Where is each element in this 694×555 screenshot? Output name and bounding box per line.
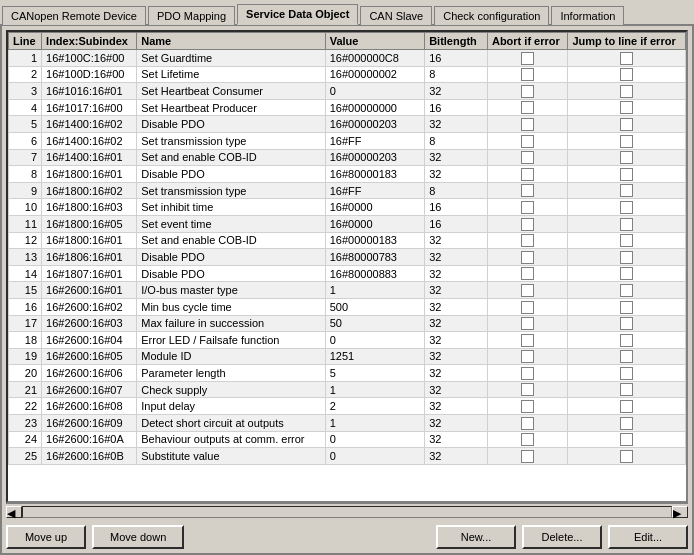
table-row[interactable]: 216#100D:16#00Set Lifetime16#000000028: [9, 66, 686, 83]
cell-jump[interactable]: [568, 298, 686, 315]
cell-jump[interactable]: [568, 182, 686, 199]
abort-checkbox[interactable]: [521, 251, 534, 264]
jump-checkbox[interactable]: [620, 118, 633, 131]
abort-checkbox[interactable]: [521, 201, 534, 214]
table-row[interactable]: 416#1017:16#00Set Heartbeat Producer16#0…: [9, 99, 686, 116]
cell-jump[interactable]: [568, 398, 686, 415]
table-row[interactable]: 2116#2600:16#07Check supply132: [9, 381, 686, 398]
jump-checkbox[interactable]: [620, 101, 633, 114]
table-row[interactable]: 1116#1800:16#05Set event time16#000016: [9, 215, 686, 232]
cell-jump[interactable]: [568, 50, 686, 67]
table-row[interactable]: 1816#2600:16#04Error LED / Failsafe func…: [9, 332, 686, 349]
table-row[interactable]: 816#1800:16#01Disable PDO16#8000018332: [9, 166, 686, 183]
abort-checkbox[interactable]: [521, 450, 534, 463]
cell-abort[interactable]: [487, 66, 567, 83]
abort-checkbox[interactable]: [521, 184, 534, 197]
abort-checkbox[interactable]: [521, 433, 534, 446]
scroll-track[interactable]: [22, 506, 672, 518]
cell-jump[interactable]: [568, 116, 686, 133]
tab-check-configuration[interactable]: Check configuration: [434, 6, 549, 25]
scroll-left-btn[interactable]: ◀: [6, 506, 22, 518]
abort-checkbox[interactable]: [521, 350, 534, 363]
jump-checkbox[interactable]: [620, 433, 633, 446]
table-row[interactable]: 1916#2600:16#05Module ID125132: [9, 348, 686, 365]
cell-abort[interactable]: [487, 332, 567, 349]
jump-checkbox[interactable]: [620, 267, 633, 280]
abort-checkbox[interactable]: [521, 267, 534, 280]
delete-button[interactable]: Delete...: [522, 525, 602, 549]
cell-jump[interactable]: [568, 265, 686, 282]
cell-jump[interactable]: [568, 66, 686, 83]
table-row[interactable]: 316#1016:16#01Set Heartbeat Consumer032: [9, 83, 686, 100]
cell-abort[interactable]: [487, 431, 567, 448]
cell-abort[interactable]: [487, 415, 567, 432]
jump-checkbox[interactable]: [620, 367, 633, 380]
cell-abort[interactable]: [487, 149, 567, 166]
cell-jump[interactable]: [568, 448, 686, 465]
cell-jump[interactable]: [568, 232, 686, 249]
abort-checkbox[interactable]: [521, 52, 534, 65]
move-up-button[interactable]: Move up: [6, 525, 86, 549]
table-row[interactable]: 1416#1807:16#01Disable PDO16#8000088332: [9, 265, 686, 282]
table-row[interactable]: 2316#2600:16#09Detect short circuit at o…: [9, 415, 686, 432]
cell-abort[interactable]: [487, 99, 567, 116]
table-row[interactable]: 1316#1806:16#01Disable PDO16#8000078332: [9, 249, 686, 266]
table-row[interactable]: 2216#2600:16#08Input delay232: [9, 398, 686, 415]
cell-abort[interactable]: [487, 381, 567, 398]
abort-checkbox[interactable]: [521, 151, 534, 164]
cell-abort[interactable]: [487, 265, 567, 282]
cell-abort[interactable]: [487, 132, 567, 149]
jump-checkbox[interactable]: [620, 184, 633, 197]
table-row[interactable]: 2016#2600:16#06Parameter length532: [9, 365, 686, 382]
abort-checkbox[interactable]: [521, 284, 534, 297]
cell-abort[interactable]: [487, 398, 567, 415]
abort-checkbox[interactable]: [521, 101, 534, 114]
abort-checkbox[interactable]: [521, 334, 534, 347]
jump-checkbox[interactable]: [620, 168, 633, 181]
horizontal-scrollbar[interactable]: ◀ ▶: [6, 503, 688, 519]
jump-checkbox[interactable]: [620, 201, 633, 214]
cell-abort[interactable]: [487, 282, 567, 299]
table-row[interactable]: 2416#2600:16#0ABehaviour outputs at comm…: [9, 431, 686, 448]
cell-jump[interactable]: [568, 282, 686, 299]
jump-checkbox[interactable]: [620, 301, 633, 314]
jump-checkbox[interactable]: [620, 350, 633, 363]
cell-abort[interactable]: [487, 182, 567, 199]
table-row[interactable]: 616#1400:16#02Set transmission type16#FF…: [9, 132, 686, 149]
abort-checkbox[interactable]: [521, 234, 534, 247]
cell-jump[interactable]: [568, 348, 686, 365]
abort-checkbox[interactable]: [521, 85, 534, 98]
jump-checkbox[interactable]: [620, 334, 633, 347]
table-row[interactable]: 2516#2600:16#0BSubstitute value032: [9, 448, 686, 465]
abort-checkbox[interactable]: [521, 367, 534, 380]
cell-abort[interactable]: [487, 298, 567, 315]
table-row[interactable]: 1216#1800:16#01Set and enable COB-ID16#0…: [9, 232, 686, 249]
tab-service-data-object[interactable]: Service Data Object: [237, 4, 358, 25]
move-down-button[interactable]: Move down: [92, 525, 184, 549]
abort-checkbox[interactable]: [521, 383, 534, 396]
scroll-right-btn[interactable]: ▶: [672, 506, 688, 518]
table-row[interactable]: 1016#1800:16#03Set inhibit time16#000016: [9, 199, 686, 216]
jump-checkbox[interactable]: [620, 417, 633, 430]
tab-information[interactable]: Information: [551, 6, 624, 25]
table-row[interactable]: 516#1400:16#02Disable PDO16#0000020332: [9, 116, 686, 133]
tab-pdo-mapping[interactable]: PDO Mapping: [148, 6, 235, 25]
abort-checkbox[interactable]: [521, 168, 534, 181]
cell-jump[interactable]: [568, 132, 686, 149]
cell-abort[interactable]: [487, 249, 567, 266]
abort-checkbox[interactable]: [521, 68, 534, 81]
tab-canopen-remote-device[interactable]: CANopen Remote Device: [2, 6, 146, 25]
jump-checkbox[interactable]: [620, 251, 633, 264]
cell-jump[interactable]: [568, 199, 686, 216]
jump-checkbox[interactable]: [620, 317, 633, 330]
cell-jump[interactable]: [568, 381, 686, 398]
jump-checkbox[interactable]: [620, 135, 633, 148]
cell-jump[interactable]: [568, 332, 686, 349]
new-button[interactable]: New...: [436, 525, 516, 549]
cell-abort[interactable]: [487, 116, 567, 133]
table-row[interactable]: 116#100C:16#00Set Guardtime16#000000C816: [9, 50, 686, 67]
cell-abort[interactable]: [487, 232, 567, 249]
data-table-container[interactable]: Line Index:Subindex Name Value Bitlength…: [6, 30, 688, 503]
cell-jump[interactable]: [568, 166, 686, 183]
cell-jump[interactable]: [568, 215, 686, 232]
